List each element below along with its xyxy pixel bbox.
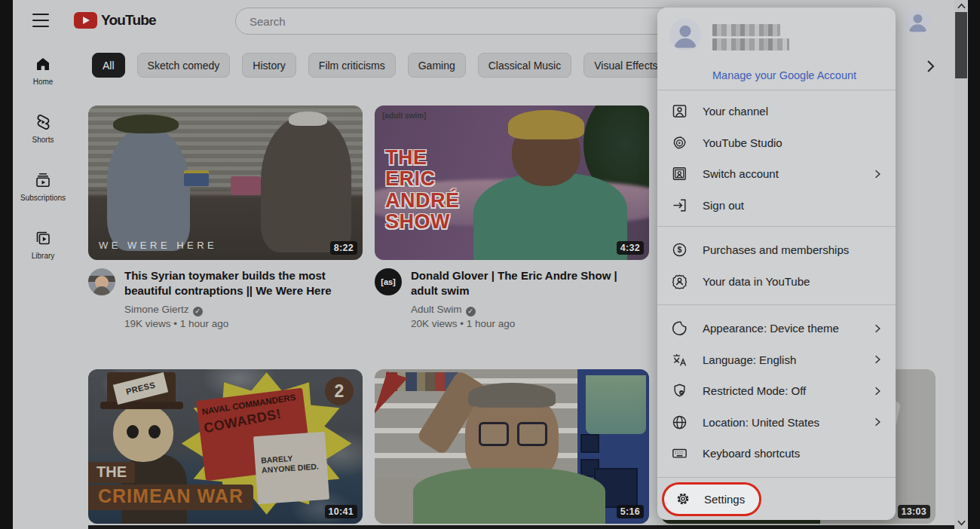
chip-all[interactable]: All bbox=[92, 53, 125, 78]
thumbnail-newspaper-headline: NAVAL COMMANDERS bbox=[201, 392, 299, 416]
chip-classical-music[interactable]: Classical Music bbox=[478, 53, 571, 78]
youtube-window: YouTube Search Home Shorts bbox=[13, 0, 968, 529]
verified-badge-icon: ✓ bbox=[193, 307, 203, 316]
menu-item-keyboard-shortcuts[interactable]: Keyboard shortcuts bbox=[657, 438, 896, 469]
restricted-shield-icon bbox=[671, 382, 688, 399]
menu-item-language[interactable]: Language: English bbox=[657, 344, 896, 376]
video-card: 5:16 bbox=[375, 369, 649, 524]
thumbnail-caption: WE WERE HERE bbox=[99, 240, 217, 251]
video-card: WE WERE HERE 8:22 This Syrian toymaker b… bbox=[88, 105, 363, 329]
video-card: NAVAL COMMANDERS COWARDS! BARELY ANYONE … bbox=[88, 369, 363, 524]
youtube-logo-text: YouTube bbox=[101, 12, 156, 29]
video-duration-badge: 10:41 bbox=[325, 505, 357, 518]
moon-icon bbox=[671, 320, 688, 337]
chip-history[interactable]: History bbox=[242, 53, 296, 78]
menu-item-youtube-studio[interactable]: YouTube Studio bbox=[657, 127, 896, 159]
data-badge-icon bbox=[671, 273, 688, 290]
chips-scroll-right-icon[interactable] bbox=[921, 56, 942, 77]
adult-swim-watermark: [adult swim] bbox=[382, 112, 426, 120]
subscriptions-icon bbox=[34, 171, 52, 189]
keyboard-icon bbox=[671, 445, 688, 462]
video-thumbnail[interactable]: 5:16 bbox=[375, 369, 649, 524]
account-name-redacted bbox=[712, 24, 780, 36]
dollar-circle-icon: $ bbox=[671, 241, 688, 258]
chip-film-criticisms[interactable]: Film criticisms bbox=[308, 53, 396, 78]
account-menu-section-2: $ Purchases and memberships Your data in… bbox=[657, 226, 896, 304]
account-box-icon bbox=[671, 102, 688, 120]
translate-icon bbox=[671, 351, 688, 368]
sidebar-item-subscriptions[interactable]: Subscriptions bbox=[13, 158, 73, 214]
account-menu: Manage your Google Account Your channel … bbox=[657, 8, 896, 520]
video-duration-badge: 8:22 bbox=[330, 241, 357, 255]
account-menu-section-1: Your channel YouTube Studio Switch accou… bbox=[657, 90, 896, 226]
account-menu-avatar bbox=[669, 19, 701, 50]
verified-badge-icon: ✓ bbox=[466, 307, 476, 316]
shorts-icon bbox=[34, 113, 52, 131]
chip-gaming[interactable]: Gaming bbox=[408, 53, 466, 78]
menu-item-location[interactable]: Location: United States bbox=[657, 407, 896, 439]
video-thumbnail[interactable]: [adult swim] THE ERIC ANDRÉ SHOW 4:32 bbox=[375, 105, 649, 260]
menu-item-appearance[interactable]: Appearance: Device theme bbox=[657, 313, 896, 344]
scrollbar-down-icon[interactable] bbox=[954, 517, 968, 529]
person-icon bbox=[905, 9, 930, 34]
channel-name[interactable]: Simone Giertz✓ bbox=[124, 304, 354, 316]
sign-out-icon bbox=[671, 197, 688, 214]
video-title[interactable]: This Syrian toymaker builds the most bea… bbox=[124, 268, 354, 298]
video-thumbnail[interactable]: NAVAL COMMANDERS COWARDS! BARELY ANYONE … bbox=[88, 369, 363, 524]
chip-visual-effects[interactable]: Visual Effects bbox=[583, 53, 668, 78]
video-meta: 20K views • 1 hour ago bbox=[411, 318, 641, 329]
youtube-logo[interactable]: YouTube bbox=[74, 12, 156, 29]
search-input[interactable]: Search bbox=[235, 8, 688, 35]
menu-item-purchases[interactable]: $ Purchases and memberships bbox=[657, 234, 896, 266]
sidebar: Home Shorts Subscriptions Library bbox=[13, 42, 73, 274]
youtube-studio-icon bbox=[671, 134, 688, 151]
sidebar-item-library[interactable]: Library bbox=[13, 216, 73, 272]
video-duration-badge: 4:32 bbox=[617, 241, 644, 255]
video-title[interactable]: Donald Glover | The Eric Andre Show | ad… bbox=[411, 268, 641, 298]
scrollbar-up-icon[interactable] bbox=[954, 0, 968, 12]
home-icon bbox=[34, 55, 52, 73]
youtube-play-icon bbox=[74, 12, 97, 29]
chevron-right-icon bbox=[871, 323, 884, 335]
thumbnail-press-hat: PRESS bbox=[112, 372, 168, 405]
channel-avatar[interactable] bbox=[88, 268, 115, 295]
menu-item-your-data[interactable]: Your data in YouTube bbox=[657, 266, 896, 298]
menu-item-your-channel[interactable]: Your channel bbox=[657, 96, 896, 127]
viewport-bottom-edge bbox=[88, 525, 954, 529]
chip-sketch-comedy[interactable]: Sketch comedy bbox=[137, 53, 231, 78]
channel-avatar[interactable]: [as] bbox=[375, 268, 402, 295]
thumbnail-episode-badge: 2 bbox=[325, 377, 354, 405]
chevron-right-icon bbox=[871, 353, 884, 365]
search-placeholder: Search bbox=[250, 15, 286, 28]
chevron-right-icon bbox=[871, 385, 884, 397]
globe-icon bbox=[671, 414, 688, 431]
menu-item-restricted-mode[interactable]: Restricted Mode: Off bbox=[657, 375, 896, 407]
thumbnail-title-text: THE CRIMEAN WAR bbox=[88, 462, 253, 510]
library-icon bbox=[34, 229, 52, 247]
account-menu-section-4: Settings bbox=[657, 477, 896, 516]
menu-item-switch-account[interactable]: Switch account bbox=[657, 158, 896, 190]
menu-item-settings[interactable]: Settings bbox=[662, 482, 761, 516]
video-thumbnail[interactable]: WE WERE HERE 8:22 bbox=[88, 105, 363, 260]
channel-name[interactable]: Adult Swim✓ bbox=[411, 304, 641, 316]
video-meta: 19K views • 1 hour ago bbox=[124, 318, 354, 329]
hamburger-menu-icon[interactable] bbox=[32, 14, 49, 27]
chevron-right-icon bbox=[871, 416, 884, 428]
account-email-redacted bbox=[712, 38, 789, 50]
scrollbar[interactable] bbox=[954, 0, 968, 529]
account-avatar[interactable] bbox=[905, 9, 930, 34]
chevron-right-icon bbox=[871, 168, 884, 180]
sidebar-item-home[interactable]: Home bbox=[13, 42, 73, 98]
filter-chips-bar: All Sketch comedy History Film criticism… bbox=[92, 53, 669, 78]
video-duration-badge: 5:16 bbox=[617, 505, 644, 518]
thumbnail-caption: THE ERIC ANDRÉ SHOW bbox=[385, 147, 460, 232]
menu-item-sign-out[interactable]: Sign out bbox=[657, 190, 896, 222]
video-duration-badge: 13:03 bbox=[898, 505, 930, 518]
sidebar-item-shorts[interactable]: Shorts bbox=[13, 100, 73, 156]
manage-google-account-link[interactable]: Manage your Google Account bbox=[712, 69, 856, 81]
thumbnail-paper-text: BARELY ANYONE DIED. bbox=[253, 432, 329, 505]
video-card: [adult swim] THE ERIC ANDRÉ SHOW 4:32 [a… bbox=[375, 105, 649, 329]
account-menu-section-3: Appearance: Device theme Language: Engli… bbox=[657, 304, 896, 477]
scrollbar-thumb[interactable] bbox=[955, 12, 967, 78]
switch-account-icon bbox=[671, 165, 688, 182]
